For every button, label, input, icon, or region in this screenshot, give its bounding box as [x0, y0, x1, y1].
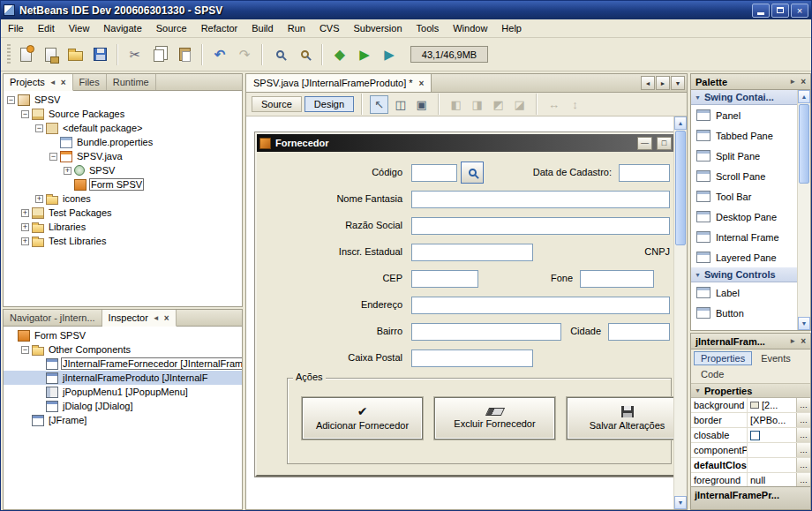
property-row-defaultclose[interactable]: defaultClos... …: [691, 458, 810, 473]
scroll-tabs-left-button[interactable]: ◄: [641, 76, 655, 90]
scroll-tabs-right-button[interactable]: ►: [656, 76, 670, 90]
close-icon[interactable]: ×: [801, 77, 806, 86]
nome-fantasia-field[interactable]: [411, 191, 670, 208]
expander-icon[interactable]: +: [35, 195, 43, 203]
menu-tools[interactable]: Tools: [410, 20, 447, 36]
salvar-alteracoes-button[interactable]: Salvar Alterações: [567, 397, 674, 440]
close-icon[interactable]: ×: [419, 79, 425, 88]
scroll-up-icon[interactable]: ▲: [798, 90, 810, 103]
ellipsis-button[interactable]: …: [796, 473, 810, 487]
align-bottom-icon[interactable]: ◪: [510, 95, 529, 114]
tree-node-project-spsv[interactable]: − SPSV: [4, 93, 242, 107]
tree-node-spsv-class[interactable]: + SPSV: [4, 163, 242, 177]
tree-node-default-package[interactable]: − <default package>: [4, 121, 242, 135]
run-main-project-icon[interactable]: ◆: [328, 43, 351, 66]
source-view-button[interactable]: Source: [252, 96, 302, 112]
align-right-icon[interactable]: ◨: [468, 95, 486, 114]
palette-item-split-pane[interactable]: Split Pane: [691, 146, 797, 166]
cidade-field[interactable]: [608, 323, 670, 341]
inscr-estadual-field[interactable]: [411, 244, 533, 261]
tab-properties[interactable]: Properties: [694, 351, 752, 365]
new-project-icon[interactable]: [39, 43, 62, 66]
cep-field[interactable]: [411, 270, 478, 288]
expander-icon[interactable]: +: [21, 209, 29, 217]
adicionar-fornecedor-button[interactable]: ✔ Adicionar Fornecedor: [302, 397, 423, 440]
palette-section-swing-containers[interactable]: ▼ Swing Contai...: [691, 90, 797, 105]
ellipsis-button[interactable]: …: [796, 413, 810, 427]
redo-icon[interactable]: ↷: [233, 43, 256, 66]
design-canvas[interactable]: Fornecedor — □ Código Data de Cadastro: …: [246, 116, 687, 509]
tab-inspector[interactable]: Inspector ◄ ×: [102, 310, 177, 327]
property-row-background[interactable]: background [2... …: [691, 398, 810, 413]
menu-edit[interactable]: Edit: [31, 20, 62, 36]
scrollbar-thumb[interactable]: [675, 131, 686, 245]
close-button[interactable]: ×: [791, 4, 808, 18]
undo-icon[interactable]: ↶: [208, 43, 231, 66]
checkbox[interactable]: [750, 431, 760, 440]
tree-node-test-libraries[interactable]: + Test Libraries: [4, 234, 242, 248]
caixa-postal-field[interactable]: [411, 349, 533, 367]
expander-icon[interactable]: −: [21, 110, 29, 118]
run-project-icon[interactable]: ▶: [353, 43, 376, 66]
property-row-border[interactable]: border [XPBo... …: [691, 413, 810, 428]
menu-window[interactable]: Window: [446, 20, 494, 36]
menu-cvs[interactable]: CVS: [312, 20, 347, 36]
tree-node-jinternalframe-produto[interactable]: jInternalFrameProduto [JInternalF: [4, 371, 242, 385]
codigo-search-button[interactable]: [461, 162, 484, 184]
tree-node-form-spsv[interactable]: Form SPSV: [4, 177, 242, 192]
close-icon[interactable]: ×: [164, 313, 169, 323]
menu-build[interactable]: Build: [244, 20, 280, 36]
tree-node-icones[interactable]: + icones: [4, 192, 242, 206]
pin-icon[interactable]: ◄: [153, 314, 160, 322]
palette-item-internal-frame[interactable]: Internal Frame: [691, 227, 797, 247]
expander-icon[interactable]: −: [49, 153, 57, 161]
ellipsis-button[interactable]: …: [796, 458, 810, 472]
pin-icon[interactable]: ►: [789, 78, 796, 86]
ellipsis-button[interactable]: …: [796, 443, 810, 457]
palette-item-layered-pane[interactable]: Layered Pane: [691, 247, 797, 267]
preview-design-icon[interactable]: ▣: [412, 95, 431, 114]
data-cadastro-field[interactable]: [619, 164, 670, 182]
ellipsis-button[interactable]: …: [796, 398, 810, 412]
design-view-button[interactable]: Design: [304, 96, 354, 112]
tab-navigator[interactable]: Navigator - jIntern...: [4, 310, 102, 326]
toolbar-grip[interactable]: [7, 44, 11, 65]
tab-list-dropdown-button[interactable]: ▼: [671, 76, 685, 90]
palette-item-scroll-pane[interactable]: Scroll Pane: [691, 166, 797, 186]
paste-icon[interactable]: [173, 43, 196, 66]
excluir-fornecedor-button[interactable]: Excluir Fornecedor: [434, 397, 555, 440]
palette-item-desktop-pane[interactable]: Desktop Pane: [691, 207, 797, 227]
align-left-icon[interactable]: ◧: [447, 95, 465, 114]
internal-frame-titlebar[interactable]: Fornecedor — □: [257, 134, 674, 152]
align-top-icon[interactable]: ◩: [489, 95, 508, 114]
cut-icon[interactable]: ✂: [124, 43, 147, 66]
properties-section-header[interactable]: ▼ Properties: [691, 384, 810, 398]
tree-node-libraries[interactable]: + Libraries: [4, 220, 242, 234]
restore-button[interactable]: [771, 4, 789, 18]
menu-source[interactable]: Source: [149, 20, 194, 36]
expander-icon[interactable]: −: [21, 346, 29, 354]
expander-icon[interactable]: −: [35, 124, 43, 132]
palette-item-button[interactable]: Button: [691, 303, 797, 323]
menu-run[interactable]: Run: [281, 20, 312, 36]
tree-node-jdialog[interactable]: jDialog [JDialog]: [4, 399, 242, 413]
memory-indicator[interactable]: 43,1/46,9MB: [410, 46, 488, 63]
expander-icon[interactable]: −: [7, 96, 15, 104]
designed-internal-frame[interactable]: Fornecedor — □ Código Data de Cadastro: …: [255, 132, 676, 477]
design-vertical-scrollbar[interactable]: ▲ ▼: [673, 116, 687, 509]
selection-mode-icon[interactable]: ↖: [370, 95, 388, 114]
menu-file[interactable]: File: [1, 20, 31, 36]
internal-frame-minimize-button[interactable]: —: [637, 137, 652, 150]
close-icon[interactable]: ×: [61, 78, 66, 87]
palette-header[interactable]: Palette ► ×: [691, 74, 810, 90]
endereco-field[interactable]: [411, 297, 670, 314]
find-usages-icon[interactable]: [268, 43, 291, 66]
menu-view[interactable]: View: [62, 20, 97, 36]
scrollbar-thumb[interactable]: [799, 104, 809, 184]
tree-node-test-packages[interactable]: + Test Packages: [4, 206, 242, 220]
scroll-down-icon[interactable]: ▼: [674, 496, 687, 509]
scroll-up-icon[interactable]: ▲: [674, 116, 687, 130]
new-file-icon[interactable]: [14, 43, 37, 66]
tree-node-bundle-properties[interactable]: Bundle.properties: [4, 135, 242, 149]
palette-item-panel[interactable]: Panel: [691, 105, 797, 125]
